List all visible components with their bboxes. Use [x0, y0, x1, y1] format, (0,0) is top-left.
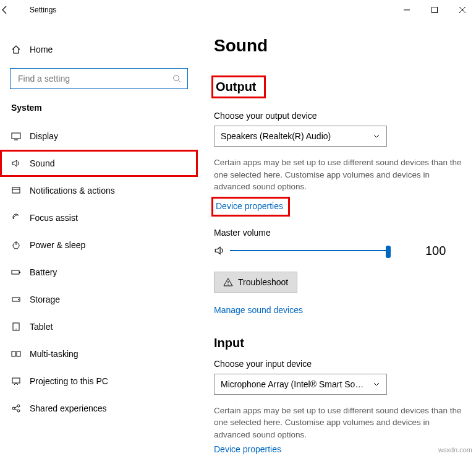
nav-display[interactable]: Display	[0, 123, 198, 150]
home-icon	[11, 45, 30, 54]
nav-sound[interactable]: Sound	[0, 150, 198, 177]
storage-icon	[11, 295, 30, 304]
input-device-select[interactable]: Microphone Array (Intel® Smart So…	[214, 374, 387, 395]
svg-rect-10	[12, 270, 19, 274]
nav-shared[interactable]: Shared experiences	[0, 395, 198, 422]
nav-label: Tablet	[30, 322, 53, 332]
svg-point-15	[15, 329, 16, 329]
svg-point-20	[17, 405, 20, 407]
home-label: Home	[30, 45, 53, 54]
output-device-properties-link[interactable]: Device properties	[211, 197, 290, 217]
notifications-icon	[11, 186, 30, 196]
nav-label: Power & sleep	[30, 240, 85, 250]
volume-row: 100	[214, 244, 464, 258]
nav-label: Display	[30, 131, 58, 141]
back-button[interactable]	[0, 5, 25, 15]
nav-label: Sound	[30, 158, 54, 168]
svg-point-2	[174, 75, 179, 81]
category-heading: System	[0, 89, 198, 116]
display-icon	[11, 131, 30, 141]
window-controls	[393, 0, 476, 20]
manage-sound-devices-link[interactable]: Manage sound devices	[214, 305, 464, 315]
watermark: wsxdn.com	[438, 446, 472, 454]
input-device-properties-link[interactable]: Device properties	[214, 444, 464, 454]
svg-line-23	[15, 409, 17, 410]
search-input[interactable]	[17, 73, 172, 84]
nav-label: Storage	[30, 295, 60, 304]
volume-value: 100	[425, 244, 446, 258]
nav-multitasking[interactable]: Multi-tasking	[0, 340, 198, 368]
svg-point-19	[12, 407, 15, 410]
svg-rect-6	[12, 187, 20, 193]
home-link[interactable]: Home	[0, 37, 198, 62]
svg-rect-16	[12, 351, 15, 356]
input-choose-label: Choose your input device	[214, 359, 464, 369]
multitasking-icon	[11, 349, 30, 359]
window-title: Settings	[25, 6, 56, 14]
close-button[interactable]	[448, 0, 476, 20]
chevron-down-icon	[373, 132, 380, 140]
titlebar: Settings	[0, 0, 476, 20]
master-volume-label: Master volume	[214, 228, 464, 238]
svg-point-21	[17, 410, 20, 412]
battery-icon	[11, 267, 30, 277]
speaker-icon[interactable]	[214, 245, 230, 256]
projecting-icon	[11, 376, 30, 386]
output-heading: Output	[211, 75, 266, 98]
svg-point-25	[227, 284, 228, 285]
nav-label: Projecting to this PC	[30, 376, 108, 386]
slider-thumb[interactable]	[386, 246, 391, 258]
maximize-button[interactable]	[420, 0, 448, 20]
input-device-value: Microphone Array (Intel® Smart So…	[221, 379, 363, 389]
nav-notifications[interactable]: Notifications & actions	[0, 177, 198, 204]
output-device-value: Speakers (Realtek(R) Audio)	[221, 131, 331, 141]
input-heading: Input	[214, 336, 464, 350]
output-device-select[interactable]: Speakers (Realtek(R) Audio)	[214, 126, 387, 147]
nav-label: Multi-tasking	[30, 349, 79, 359]
nav-projecting[interactable]: Projecting to this PC	[0, 368, 198, 395]
shared-icon	[11, 403, 30, 413]
nav-list: Display Sound Notifications & actions Fo…	[0, 123, 198, 422]
output-description: Certain apps may be set up to use differ…	[214, 157, 464, 193]
nav-label: Notifications & actions	[30, 186, 115, 196]
nav-label: Shared experiences	[30, 403, 107, 413]
nav-tablet[interactable]: Tablet	[0, 313, 198, 340]
svg-rect-11	[19, 272, 20, 273]
input-description: Certain apps may be set up to use differ…	[214, 405, 464, 441]
svg-rect-18	[12, 378, 20, 383]
output-choose-label: Choose your output device	[214, 111, 464, 121]
warning-icon	[223, 277, 233, 287]
svg-rect-4	[12, 133, 20, 139]
svg-line-22	[15, 407, 17, 408]
svg-rect-17	[17, 351, 20, 356]
page-heading: Sound	[214, 36, 464, 56]
svg-point-13	[18, 299, 19, 300]
power-icon	[11, 240, 30, 250]
sidebar: Home System Display Sound Notifications …	[0, 20, 198, 456]
troubleshoot-button[interactable]: Troubleshoot	[214, 272, 297, 293]
nav-focus-assist[interactable]: Focus assist	[0, 204, 198, 231]
svg-rect-1	[431, 7, 437, 13]
nav-label: Focus assist	[30, 213, 78, 223]
chevron-down-icon	[373, 381, 380, 388]
troubleshoot-label: Troubleshoot	[238, 277, 288, 287]
minimize-button[interactable]	[393, 0, 420, 20]
slider-track	[230, 250, 391, 251]
nav-power[interactable]: Power & sleep	[0, 231, 198, 259]
search-box[interactable]	[10, 68, 188, 89]
search-icon	[172, 74, 181, 83]
svg-line-3	[179, 80, 181, 83]
nav-battery[interactable]: Battery	[0, 259, 198, 286]
nav-storage[interactable]: Storage	[0, 286, 198, 313]
nav-label: Battery	[30, 267, 57, 277]
sound-icon	[11, 158, 30, 168]
volume-slider[interactable]	[230, 244, 391, 257]
tablet-icon	[11, 322, 30, 332]
focus-icon	[11, 213, 30, 223]
main-content: Sound Output Choose your output device S…	[198, 20, 476, 456]
